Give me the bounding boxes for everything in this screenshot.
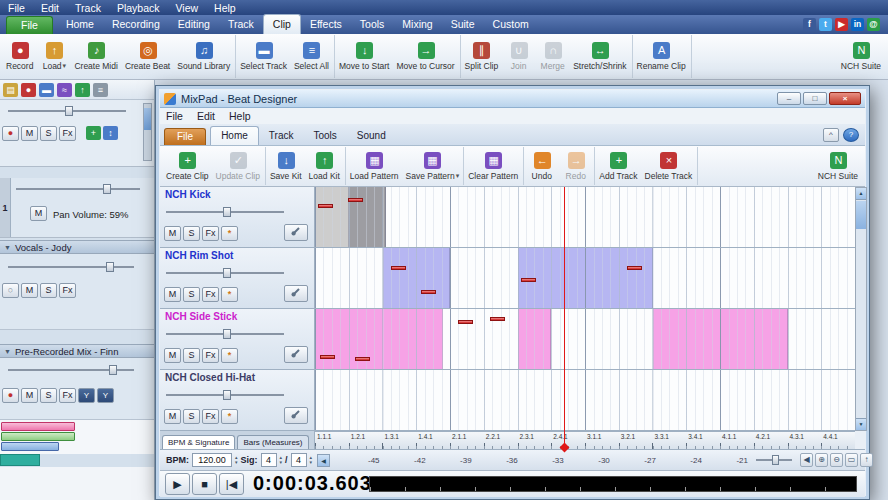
wrench-button[interactable] bbox=[284, 224, 308, 241]
tracks-panel-tool-icon[interactable]: ▬ bbox=[39, 83, 54, 97]
section-header-vocals[interactable]: ▼ Vocals - Jody bbox=[0, 240, 154, 254]
audio-clip-teal[interactable] bbox=[0, 454, 40, 466]
velocity-marker[interactable] bbox=[521, 278, 536, 282]
collapse-icon[interactable]: ▼ bbox=[4, 244, 11, 251]
fx-button[interactable]: Fx bbox=[202, 287, 219, 302]
zoom-fit-icon-meter-icon[interactable]: ▭ bbox=[845, 453, 858, 467]
join-toolbar-button[interactable]: ∪ Join bbox=[502, 35, 536, 78]
merge-toolbar-button[interactable]: ∩ Merge bbox=[536, 35, 570, 78]
grid-vertical-scrollbar[interactable]: ▲ ▼ bbox=[855, 187, 867, 431]
mute-button[interactable]: M bbox=[21, 388, 38, 403]
close-button[interactable]: × bbox=[829, 92, 861, 105]
fx-button[interactable]: Fx bbox=[202, 348, 219, 363]
bpm-value[interactable]: 120.00 bbox=[192, 453, 232, 467]
save-kit-toolbar-button[interactable]: ↓ Save Kit bbox=[267, 147, 306, 185]
mute-button[interactable]: M bbox=[164, 226, 181, 241]
zoom-out-icon-meter-icon[interactable]: ⊖ bbox=[830, 453, 843, 467]
recording-ribbon-tab[interactable]: Recording bbox=[103, 15, 169, 34]
mute-button[interactable]: M bbox=[164, 409, 181, 424]
linkedin-social-icon[interactable]: in bbox=[851, 18, 864, 31]
split-clip-toolbar-button[interactable]: ∥ Split Clip bbox=[462, 35, 503, 78]
beat-cell[interactable] bbox=[518, 309, 552, 369]
dialog-file-tab[interactable]: File bbox=[164, 128, 206, 145]
effects-ribbon-tab[interactable]: Effects bbox=[301, 15, 351, 34]
home-dialog-tab[interactable]: Home bbox=[210, 126, 259, 145]
upload-panel-tool-icon[interactable]: ↑ bbox=[75, 83, 90, 97]
record-arm-button[interactable]: ● bbox=[2, 126, 19, 141]
mute-button[interactable]: M bbox=[30, 206, 47, 221]
tools-ribbon-tab[interactable]: Tools bbox=[351, 15, 394, 34]
add-track-toolbar-button[interactable]: + Add Track bbox=[596, 147, 641, 185]
clip-ribbon-tab[interactable]: Clip bbox=[263, 14, 301, 34]
zoom-in-icon-meter-icon[interactable]: ⊕ bbox=[815, 453, 828, 467]
move-to-cursor-toolbar-button[interactable]: → Move to Cursor bbox=[393, 35, 458, 78]
record-panel-tool-icon[interactable]: ● bbox=[21, 83, 36, 97]
nch-closed-hi-hat-beat-row[interactable] bbox=[315, 370, 855, 431]
move-vertical-strip-icon[interactable]: ↕ bbox=[103, 126, 118, 140]
rename-clip-toolbar-button[interactable]: A Rename Clip bbox=[634, 35, 690, 78]
add-clip-strip-icon[interactable]: + bbox=[86, 126, 101, 140]
slider-handle[interactable] bbox=[106, 262, 114, 272]
audio-clip-blue[interactable] bbox=[1, 442, 59, 451]
sig-denominator[interactable]: 4 bbox=[291, 453, 307, 467]
velocity-marker[interactable] bbox=[458, 320, 473, 324]
beat-cell[interactable] bbox=[383, 248, 451, 308]
slider-handle[interactable] bbox=[223, 390, 231, 400]
load-toolbar-button[interactable]: ↑ Load▾ bbox=[37, 35, 71, 78]
fx-button[interactable]: Fx bbox=[202, 409, 219, 424]
load-pattern-toolbar-button[interactable]: ▦ Load Pattern bbox=[347, 147, 403, 185]
mute-button[interactable]: M bbox=[21, 283, 38, 298]
preview-sound-button[interactable]: * bbox=[221, 409, 238, 424]
wrench-button[interactable] bbox=[284, 285, 308, 302]
clear-pattern-toolbar-button[interactable]: ▦ Clear Pattern bbox=[465, 147, 522, 185]
select-track-toolbar-button[interactable]: ▬ Select Track bbox=[237, 35, 291, 78]
track-level-slider[interactable] bbox=[166, 390, 284, 400]
velocity-marker[interactable] bbox=[391, 266, 406, 270]
slider-handle[interactable] bbox=[103, 184, 111, 194]
velocity-marker[interactable] bbox=[421, 290, 436, 294]
beat-cell[interactable] bbox=[653, 309, 788, 369]
track-pan-slider[interactable] bbox=[16, 184, 140, 194]
slider-handle[interactable] bbox=[772, 455, 779, 465]
audio-clip-pink[interactable] bbox=[1, 422, 75, 431]
track-level-slider[interactable] bbox=[166, 329, 284, 339]
scroll-down-arrow[interactable]: ▼ bbox=[856, 418, 866, 430]
beat-cell[interactable] bbox=[315, 187, 349, 247]
preview-sound-button[interactable]: * bbox=[221, 348, 238, 363]
fx-button[interactable]: Fx bbox=[59, 126, 76, 141]
menu-item[interactable]: Track bbox=[75, 2, 101, 14]
create-clip-toolbar-button[interactable]: + Create Clip bbox=[163, 147, 213, 185]
wrench-button[interactable] bbox=[284, 407, 308, 424]
velocity-marker[interactable] bbox=[627, 266, 642, 270]
bpm-spinner[interactable]: ▴▾ bbox=[235, 455, 238, 465]
sound-dialog-tab[interactable]: Sound bbox=[347, 127, 396, 145]
velocity-marker[interactable] bbox=[348, 198, 363, 202]
sound-library-toolbar-button[interactable]: ♫ Sound Library bbox=[174, 35, 234, 78]
redo-toolbar-button[interactable]: → Redo bbox=[559, 147, 593, 185]
preview-sound-button[interactable]: * bbox=[221, 226, 238, 241]
move-to-start-toolbar-button[interactable]: ↓ Move to Start bbox=[336, 35, 394, 78]
maximize-button[interactable]: □ bbox=[803, 92, 827, 105]
track-level-slider[interactable] bbox=[166, 268, 284, 278]
split-left-button[interactable]: Y bbox=[78, 388, 95, 403]
beat-cell[interactable] bbox=[349, 187, 386, 247]
solo-button[interactable]: S bbox=[183, 287, 200, 302]
track-volume-slider[interactable] bbox=[8, 365, 134, 375]
open-file-panel-tool-icon[interactable]: ▤ bbox=[3, 83, 18, 97]
suite-ribbon-tab[interactable]: Suite bbox=[442, 15, 484, 34]
velocity-marker[interactable] bbox=[320, 355, 335, 359]
scroll-up-icon-meter-icon[interactable]: ↑ bbox=[860, 453, 873, 467]
home-ribbon-tab[interactable]: Home bbox=[57, 15, 103, 34]
velocity-marker[interactable] bbox=[490, 317, 505, 321]
volume-icon-meter-icon[interactable]: ◀ bbox=[800, 453, 813, 467]
track-ribbon-tab[interactable]: Track bbox=[219, 15, 263, 34]
delete-track-toolbar-button[interactable]: × Delete Track bbox=[642, 147, 697, 185]
editing-ribbon-tab[interactable]: Editing bbox=[169, 15, 219, 34]
mute-button[interactable]: M bbox=[21, 126, 38, 141]
bpm-signature-bottom-tab[interactable]: BPM & Signature bbox=[162, 435, 235, 449]
select-all-toolbar-button[interactable]: ≡ Select All bbox=[291, 35, 333, 78]
solo-button[interactable]: S bbox=[183, 409, 200, 424]
scroll-up-arrow[interactable]: ▲ bbox=[856, 188, 866, 200]
nch-side-stick-beat-row[interactable] bbox=[315, 309, 855, 370]
preview-sound-button[interactable]: * bbox=[221, 287, 238, 302]
